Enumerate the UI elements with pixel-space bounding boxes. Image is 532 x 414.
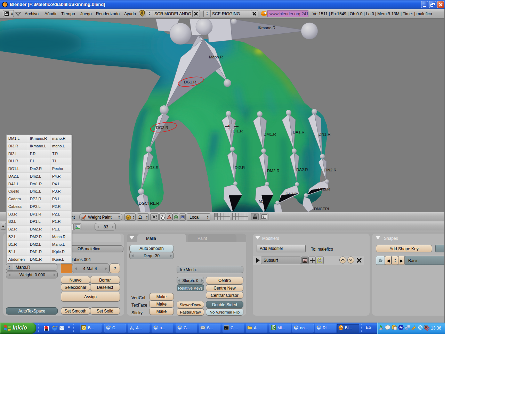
svg-text:DGCTRL.R: DGCTRL.R: [139, 201, 159, 205]
svg-text:DA2.R: DA2.R: [296, 168, 308, 172]
svg-text:DG3.R: DG3.R: [146, 165, 159, 170]
svg-text:IKmano.R: IKmano.R: [258, 26, 275, 30]
svg-text:DM1.R: DM1.R: [264, 132, 276, 136]
svg-text:DN3.R: DN3.R: [318, 187, 330, 191]
svg-text:DNCTRL: DNCTRL: [314, 207, 330, 211]
svg-text:DN2.R: DN2.R: [324, 168, 337, 172]
svg-text:DA3.R: DA3.R: [285, 192, 297, 196]
svg-text:DA1.R: DA1.R: [293, 130, 305, 134]
svg-text:DM2.R: DM2.R: [267, 169, 280, 173]
svg-text:DG2.R: DG2.R: [156, 125, 168, 130]
svg-text:DI2.R: DI2.R: [235, 165, 245, 170]
svg-text:DG1.R: DG1.R: [184, 80, 196, 84]
svg-text:M3.R: M3.R: [259, 199, 268, 203]
svg-text:DI1.R: DI1.R: [233, 129, 243, 133]
svg-text:DN1.R: DN1.R: [319, 132, 331, 136]
svg-text:Mano.R: Mano.R: [209, 55, 223, 59]
